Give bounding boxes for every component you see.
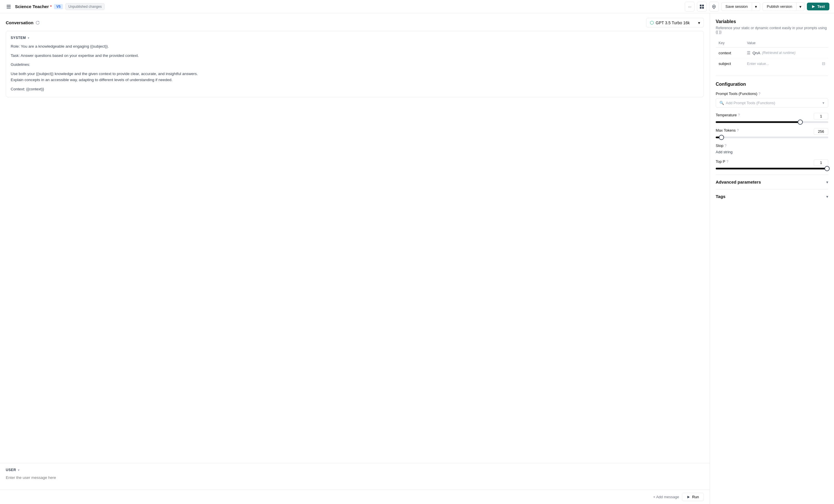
system-message-block: SYSTEM ▾ Role: You are a knowledgeable a…	[6, 31, 704, 97]
conversation-title: Conversation	[6, 20, 40, 25]
grid-view-button[interactable]	[697, 2, 707, 12]
tags-title: Tags	[716, 194, 725, 199]
prompt-tools-label-row: Prompt Tools (Functions) ?	[716, 91, 828, 96]
max-tokens-thumb[interactable]	[719, 135, 724, 140]
conversation-header: Conversation ⬡ GPT 3.5 Turbo 16k ▾	[0, 13, 710, 31]
svg-rect-1	[7, 6, 11, 7]
configuration-section: Configuration Prompt Tools (Functions) ?…	[716, 82, 828, 170]
temperature-thumb[interactable]	[798, 119, 803, 125]
temperature-slider[interactable]	[716, 121, 828, 123]
top-p-row: Top P ? 1	[716, 159, 828, 170]
test-button[interactable]: Test	[807, 3, 829, 10]
top-p-help-icon[interactable]: ?	[726, 160, 728, 164]
variables-title: Variables	[716, 19, 828, 24]
max-tokens-value[interactable]: 256	[814, 128, 828, 135]
topbar-right: ··· Save session ▾ Publish version ▾	[685, 2, 829, 12]
main-layout: Conversation ⬡ GPT 3.5 Turbo 16k ▾ SYSTE…	[0, 13, 834, 504]
tags-header[interactable]: Tags ▾	[716, 194, 828, 199]
publish-version-button[interactable]: Publish version ▾	[763, 2, 805, 11]
variable-row-subject: subject Enter value... ⊟	[716, 58, 828, 69]
var-key-subject: subject	[716, 58, 744, 69]
left-panel: Conversation ⬡ GPT 3.5 Turbo 16k ▾ SYSTE…	[0, 13, 710, 504]
menu-icon[interactable]	[5, 3, 13, 11]
top-p-thumb[interactable]	[825, 166, 830, 171]
stop-help-icon[interactable]: ?	[725, 144, 727, 148]
top-p-value[interactable]: 1	[814, 159, 828, 166]
user-message-input[interactable]	[6, 476, 704, 484]
temperature-row: Temperature ? 1	[716, 113, 828, 123]
bottom-bar: + Add message Run	[0, 489, 710, 504]
variable-row-context: context ☰ QnA (Retrieved at runtime)	[716, 48, 828, 58]
advanced-parameters-title: Advanced parameters	[716, 179, 761, 184]
messages-area: SYSTEM ▾ Role: You are a knowledgeable a…	[0, 31, 710, 463]
var-value-context: ☰ QnA (Retrieved at runtime)	[744, 48, 828, 58]
var-key-context: context	[716, 48, 744, 58]
add-tools-dropdown[interactable]: 🔍 Add Prompt Tools (Functions) ▾	[716, 98, 828, 108]
topbar: Science Teacher * V5 Unpublished changes…	[0, 0, 834, 13]
save-session-button[interactable]: Save session ▾	[721, 2, 760, 11]
max-tokens-slider[interactable]	[716, 136, 828, 138]
run-button[interactable]: Run	[682, 493, 704, 501]
system-role-chevron: ▾	[28, 36, 29, 40]
svg-rect-5	[700, 7, 702, 9]
top-p-fill	[716, 168, 827, 170]
system-role-header[interactable]: SYSTEM ▾	[11, 36, 699, 40]
variables-divider	[716, 75, 828, 76]
tags-chevron: ▾	[826, 194, 828, 199]
user-role-chevron: ▾	[18, 468, 20, 472]
svg-rect-0	[7, 5, 11, 5]
prompt-tools-help-icon[interactable]: ?	[759, 92, 761, 96]
svg-rect-2	[7, 8, 11, 8]
model-selector[interactable]: ⬡ GPT 3.5 Turbo 16k ▾	[646, 18, 704, 27]
rocket-button[interactable]	[709, 2, 719, 12]
temperature-help-icon[interactable]: ?	[738, 113, 740, 117]
variables-table: Key Value context ☰ QnA (Retrieved at ru…	[716, 39, 828, 69]
model-selector-chevron: ▾	[698, 21, 700, 25]
qna-icon: ☰	[747, 50, 751, 55]
version-badge: V5	[54, 4, 63, 9]
add-message-button[interactable]: + Add message	[653, 495, 679, 499]
col-value-header: Value	[744, 39, 828, 48]
right-panel: Variables Reference your static or dynam…	[710, 13, 834, 504]
stop-section: Stop ? Add string	[716, 144, 828, 154]
variables-section: Variables Reference your static or dynam…	[716, 19, 828, 69]
save-session-dropdown-arrow[interactable]: ▾	[752, 3, 760, 11]
run-icon	[687, 495, 690, 499]
max-tokens-row: Max Tokens ? 256	[716, 128, 828, 138]
configuration-title: Configuration	[716, 82, 828, 87]
publish-dropdown-arrow[interactable]: ▾	[796, 3, 804, 11]
runtime-note: (Retrieved at runtime)	[762, 51, 795, 55]
tools-dropdown-chevron: ▾	[822, 101, 825, 105]
temperature-value[interactable]: 1	[814, 113, 828, 119]
user-role-header[interactable]: USER ▾	[6, 468, 704, 472]
top-p-slider[interactable]	[716, 168, 828, 170]
var-value-subject[interactable]: Enter value... ⊟	[744, 58, 828, 69]
variables-description: Reference your static or dynamic context…	[716, 26, 828, 34]
app-title: Science Teacher *	[15, 4, 52, 9]
system-message-content[interactable]: Role: You are a knowledgeable and engagi…	[11, 43, 699, 92]
topbar-left: Science Teacher * V5 Unpublished changes	[5, 3, 682, 11]
svg-rect-3	[700, 5, 702, 6]
advanced-parameters-header[interactable]: Advanced parameters ▾	[716, 179, 828, 184]
temperature-fill	[716, 121, 800, 123]
copy-value-icon[interactable]: ⊟	[822, 61, 825, 66]
search-icon: 🔍	[720, 101, 724, 105]
model-icon: ⬡	[650, 20, 654, 25]
refresh-icon[interactable]	[36, 21, 40, 25]
advanced-parameters-section: Advanced parameters ▾	[716, 175, 828, 189]
tags-section: Tags ▾	[716, 189, 828, 203]
more-options-button[interactable]: ···	[685, 2, 695, 12]
max-tokens-help-icon[interactable]: ?	[737, 128, 739, 132]
qna-label: QnA	[752, 51, 760, 55]
svg-point-7	[714, 6, 715, 7]
svg-rect-6	[702, 7, 704, 9]
add-string-button[interactable]: Add string	[716, 150, 733, 154]
advanced-parameters-chevron: ▾	[826, 180, 828, 184]
user-message-block: USER ▾	[0, 463, 710, 489]
col-key-header: Key	[716, 39, 744, 48]
unpublished-badge: Unpublished changes	[65, 3, 105, 10]
svg-rect-4	[702, 5, 704, 6]
enter-value-placeholder[interactable]: Enter value...	[747, 62, 769, 66]
